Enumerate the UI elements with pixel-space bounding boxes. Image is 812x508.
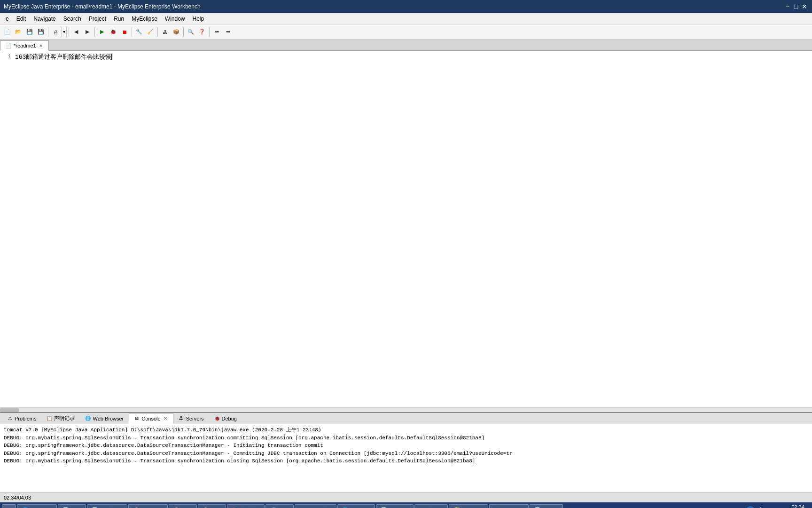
toolbar-back[interactable]: ⬅ xyxy=(211,27,222,37)
taskbar: ⊞ 🌐 首页 - 3... 📄 JSP 📄 jsp 电子... 💬 KK_Mo.… xyxy=(0,502,812,508)
toolbar-prev[interactable]: ◀ xyxy=(71,27,81,37)
tab-console-label: Console xyxy=(141,416,160,421)
tab-declaration[interactable]: 📋 声明记录 xyxy=(41,413,80,424)
tab-console[interactable]: 🖥 Console ✕ xyxy=(129,413,173,424)
console-close-btn[interactable]: ✕ xyxy=(163,416,168,421)
taskbar-word[interactable]: 📄 Micros... xyxy=(376,504,414,508)
editor-line: 1 163邮箱通过客户删除邮件会比较慢 xyxy=(4,53,808,61)
toolbar-save-all[interactable]: 💾 xyxy=(36,27,46,37)
declaration-icon: 📋 xyxy=(47,416,52,421)
tab-label: *readme1 xyxy=(14,43,36,48)
editor-body: 1 163邮箱通过客户删除邮件会比较慢 xyxy=(0,51,812,407)
toolbar-search[interactable]: 🔍 xyxy=(186,27,196,37)
taskbar-jsp1[interactable]: 📄 JSP xyxy=(58,504,86,508)
menu-window[interactable]: Window xyxy=(161,15,189,23)
console-line-4: DEBUG: org.mybatis.spring.SqlSessionUtil… xyxy=(4,457,808,465)
taskbar-wechat2[interactable]: 💬 微信 xyxy=(198,504,226,508)
toolbar-save[interactable]: 💾 xyxy=(24,27,35,37)
taskbar-homepage[interactable]: 🌐 首页 - 3... xyxy=(17,504,57,508)
taskbar-clock: 02:34 04:03 xyxy=(788,504,808,508)
toolbar-new[interactable]: 📄 xyxy=(2,27,12,37)
menu-file[interactable]: e xyxy=(2,15,13,23)
clock-time: 02:34 xyxy=(791,504,804,508)
status-bar: 02:34/04:03 xyxy=(0,492,812,502)
toolbar-server[interactable]: 🖧 xyxy=(160,27,170,37)
tab-web-browser-label: Web Browser xyxy=(93,416,124,421)
toolbar-open[interactable]: 📂 xyxy=(13,27,23,37)
scrollbar-track xyxy=(0,408,812,412)
tab-problems[interactable]: ⚠ Problems xyxy=(2,413,41,424)
toolbar-run[interactable]: ▶ xyxy=(97,27,107,37)
tab-debug-label: Debug xyxy=(222,416,237,421)
taskbar-books[interactable]: 📚 书香享... xyxy=(227,504,265,508)
problems-icon: ⚠ xyxy=(7,416,13,421)
main-area: 📄 *readme1 ✕ 1 163邮箱通过客户删除邮件会比较慢 ⚠ xyxy=(0,40,812,492)
horizontal-scrollbar[interactable] xyxy=(0,407,812,412)
tab-problems-label: Problems xyxy=(15,416,36,421)
menu-edit[interactable]: Edit xyxy=(13,15,30,23)
console-icon: 🖥 xyxy=(134,416,140,421)
taskbar-wechat1[interactable]: 💬 微信 xyxy=(169,504,197,508)
editor-tab-readme1[interactable]: 📄 *readme1 ✕ xyxy=(0,40,49,51)
tab-servers-label: Servers xyxy=(186,416,204,421)
toolbar-forward[interactable]: ➡ xyxy=(223,27,233,37)
editor-wrapper: 📄 *readme1 ✕ 1 163邮箱通过客户删除邮件会比较慢 xyxy=(0,40,812,412)
dot-icon1[interactable]: · xyxy=(767,506,775,508)
tab-web-browser[interactable]: 🌐 Web Browser xyxy=(80,413,129,424)
toolbar-debug[interactable]: 🐞 xyxy=(108,27,118,37)
dot-icon2[interactable]: · xyxy=(777,506,786,508)
taskbar-computer[interactable]: 💻 计算机 xyxy=(414,504,448,508)
toolbar-build[interactable]: 🔧 xyxy=(134,27,144,37)
menu-run[interactable]: Run xyxy=(110,15,128,23)
toolbar-sep6 xyxy=(183,27,184,37)
toolbar: 📄 📂 💾 💾 🖨 ▾ ◀ ▶ ▶ 🐞 ⏹ 🔧 🧹 🖧 📦 🔍 ❓ ⬅ ➡ xyxy=(0,24,812,40)
toolbar-sep7 xyxy=(209,27,210,37)
menu-search[interactable]: Search xyxy=(60,15,85,23)
toolbar-clean[interactable]: 🧹 xyxy=(145,27,156,37)
tab-close-btn[interactable]: ✕ xyxy=(38,43,44,48)
bottom-panel: ⚠ Problems 📋 声明记录 🌐 Web Browser 🖥 Consol… xyxy=(0,412,812,492)
taskbar-start[interactable]: ⊞ xyxy=(2,504,16,508)
toolbar-stop[interactable]: ⏹ xyxy=(119,27,130,37)
menu-project[interactable]: Project xyxy=(85,15,110,23)
ime-icon[interactable]: 中 xyxy=(757,506,765,508)
tab-servers[interactable]: 🖧 Servers xyxy=(173,413,209,424)
minimize-button[interactable]: − xyxy=(784,3,791,10)
tab-bar: 📄 *readme1 ✕ xyxy=(0,40,812,51)
taskbar-jsp2[interactable]: 📄 jsp 电子... xyxy=(87,504,127,508)
toolbar-dropdown1[interactable]: ▾ xyxy=(62,27,67,37)
console-header: tomcat v7.0 [MyEclipse Java Application]… xyxy=(4,426,808,434)
editor-content[interactable]: 1 163邮箱通过客户删除邮件会比较慢 xyxy=(0,51,812,63)
taskbar-navigate[interactable]: 🧭 Navigat... xyxy=(449,504,488,508)
taskbar-merge[interactable]: ⚙ 机械合并T xyxy=(295,504,336,508)
web-browser-icon: 🌐 xyxy=(85,416,91,421)
app-title: MyEclipse Java Enterprise - email/readme… xyxy=(4,3,201,10)
editor-text: 163邮箱通过客户删除邮件会比较慢 xyxy=(15,53,111,61)
system-tray: du 中 · · 02:34 04:03 xyxy=(744,504,810,508)
tab-debug[interactable]: 🐞 Debug xyxy=(209,413,242,424)
taskbar-ip[interactable]: 🌐 101.91... xyxy=(337,504,375,508)
toolbar-next[interactable]: ▶ xyxy=(82,27,93,37)
taskbar-untitled[interactable]: 📄 无标题 xyxy=(530,504,563,508)
tab-file-icon: 📄 xyxy=(5,43,12,49)
baidu-icon[interactable]: du xyxy=(746,506,755,508)
menu-help[interactable]: Help xyxy=(189,15,208,23)
taskbar-horn[interactable]: 🔊 喇叭 xyxy=(265,504,294,508)
line-number: 1 xyxy=(4,54,15,60)
toolbar-help[interactable]: ❓ xyxy=(197,27,207,37)
toolbar-print[interactable]: 🖨 xyxy=(50,27,61,37)
scrollbar-thumb[interactable] xyxy=(0,408,19,412)
title-bar: MyEclipse Java Enterprise - email/readme… xyxy=(0,0,812,13)
bottom-tab-bar: ⚠ Problems 📋 声明记录 🌐 Web Browser 🖥 Consol… xyxy=(0,413,812,424)
taskbar-game[interactable]: 🎮 KK游戏... xyxy=(489,504,529,508)
toolbar-deploy[interactable]: 📦 xyxy=(171,27,181,37)
close-button[interactable]: ✕ xyxy=(801,3,808,10)
menu-myeclipse[interactable]: MyEclipse xyxy=(128,15,161,23)
taskbar-kkmo[interactable]: 💬 KK_Mo... xyxy=(128,504,167,508)
menu-navigate[interactable]: Navigate xyxy=(30,15,59,23)
status-time: 02:34/04:03 xyxy=(4,495,31,500)
console-line-2: DEBUG: org.springframework.jdbc.datasour… xyxy=(4,442,808,450)
console-line-3: DEBUG: org.springframework.jdbc.datasour… xyxy=(4,450,808,458)
maximize-button[interactable]: □ xyxy=(792,3,800,10)
console-line-1: DEBUG: org.mybatis.spring.SqlSessionUtil… xyxy=(4,434,808,442)
